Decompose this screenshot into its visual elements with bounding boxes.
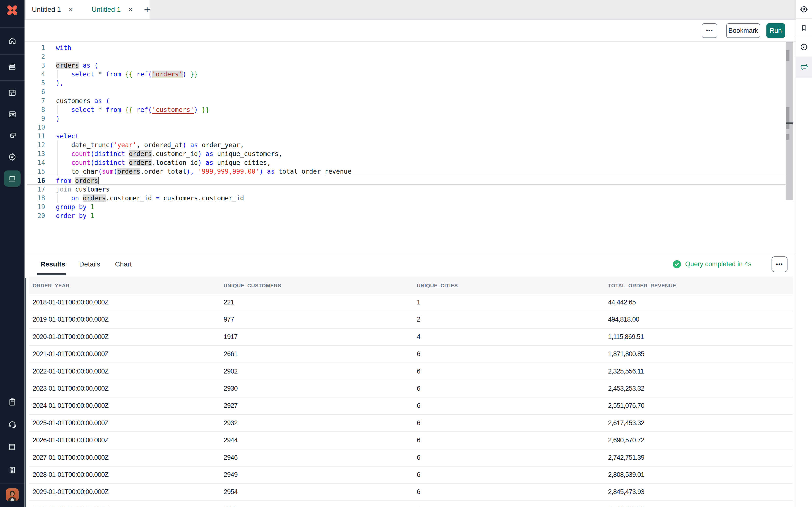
table-row[interactable]: 2024-01-01T00:00:00.000Z292762,551,076.7… (30, 397, 793, 415)
right-sidebar-item-chat-sparkle[interactable] (796, 57, 812, 78)
results-tab-details[interactable]: Details (79, 253, 100, 275)
table-row[interactable]: 2026-01-01T00:00:00.000Z294462,690,570.7… (30, 432, 793, 449)
column-header: UNIQUE_CUSTOMERS (223, 277, 281, 294)
line-number: 10 (27, 123, 45, 132)
line-number: 5 (27, 78, 45, 88)
close-icon[interactable]: ✕ (68, 6, 73, 13)
code-line[interactable]: 4 select * from {{ ref('orders') }} (27, 70, 786, 78)
code-line[interactable]: 6 (27, 88, 786, 96)
right-sidebar-item-bookmark[interactable] (796, 19, 812, 37)
tab-label: Untitled 1 (32, 6, 61, 13)
code-text: select * from {{ ref('orders') }} (56, 70, 198, 78)
sidebar-item-code-window[interactable] (4, 106, 20, 122)
code-line[interactable]: 14 count(distinct orders.location_id) as… (27, 158, 786, 167)
code-line[interactable]: 19group by 1 (27, 203, 786, 211)
table-cell: 221 (223, 294, 234, 311)
sidebar-item-home[interactable] (4, 33, 20, 49)
line-number: 9 (27, 114, 45, 123)
code-line[interactable]: 9) (27, 114, 786, 123)
editor-scrollbar[interactable] (786, 42, 793, 200)
table-row[interactable]: 2022-01-01T00:00:00.000Z290262,325,556.1… (30, 363, 793, 380)
code-line[interactable]: 3orders as ( (27, 61, 786, 70)
line-number: 19 (27, 203, 45, 211)
sidebar-item-clipboard[interactable] (4, 394, 20, 410)
table-cell: 6 (417, 363, 420, 380)
sidebar-item-building[interactable] (4, 462, 20, 478)
query-status-text: Query completed in 4s (685, 260, 752, 268)
line-number: 12 (27, 140, 45, 150)
table-cell: 2027-01-01T00:00:00.000Z (33, 449, 109, 466)
editor-tab-1[interactable]: Untitled 1 ✕ (26, 0, 93, 19)
sql-editor[interactable]: 1with23orders as (4 select * from {{ ref… (24, 42, 796, 253)
code-line[interactable]: 7customers as ( (27, 97, 786, 105)
table-row[interactable]: 2023-01-01T00:00:00.000Z293062,453,253.3… (30, 380, 793, 397)
code-text: customers as ( (56, 97, 110, 105)
right-sidebar-item-compass[interactable] (796, 0, 812, 19)
new-tab-button[interactable]: + (138, 0, 156, 19)
code-line[interactable]: 2 (27, 52, 786, 61)
code-line[interactable]: 15 to_char(sum(orders.order_total), '999… (27, 167, 786, 176)
editor-tabbar: Untitled 1 ✕ Untitled 1 ✕ + (24, 0, 796, 19)
right-sidebar-item-clock[interactable] (796, 37, 812, 57)
column-header: TOTAL_ORDER_REVENUE (608, 277, 676, 294)
sidebar-item-dashboard[interactable] (4, 85, 20, 101)
code-line[interactable]: 5), (27, 78, 786, 88)
check-circle-icon (672, 260, 681, 269)
sidebar-item-compass[interactable] (4, 149, 20, 165)
line-number: 13 (27, 150, 45, 158)
table-cell: 2030-01-01T00:00:00.000Z (33, 501, 109, 507)
results-tab-chart[interactable]: Chart (115, 253, 132, 275)
sidebar-item-terminal[interactable] (4, 170, 20, 187)
results-scrollbar[interactable] (25, 278, 26, 507)
table-cell: 2 (417, 311, 420, 328)
sidebar-item-archive[interactable] (4, 59, 20, 75)
table-cell: 1,115,869.51 (608, 329, 644, 345)
table-cell: 2944 (223, 432, 238, 448)
code-line[interactable]: 1with (27, 43, 786, 52)
code-line[interactable]: 18 on orders.customer_id = customers.cus… (27, 194, 786, 203)
close-icon[interactable]: ✕ (128, 6, 133, 13)
left-sidebar (0, 0, 24, 507)
code-line[interactable]: 13 count(distinct orders.customer_id) as… (27, 150, 786, 158)
code-line[interactable]: 17join customers (27, 185, 786, 194)
line-number: 17 (27, 185, 45, 194)
sidebar-item-headset[interactable] (4, 416, 20, 433)
table-row[interactable]: 2028-01-01T00:00:00.000Z294962,808,539.0… (30, 466, 793, 484)
table-row[interactable]: 2019-01-01T00:00:00.000Z9772494,818.00 (30, 311, 793, 329)
table-row[interactable]: 2027-01-01T00:00:00.000Z294662,742,751.3… (30, 449, 793, 466)
table-cell: 6 (417, 380, 420, 397)
column-header: ORDER_YEAR (33, 277, 70, 294)
table-cell: 2021-01-01T00:00:00.000Z (33, 346, 109, 362)
code-line[interactable]: 10 (27, 123, 786, 132)
table-row[interactable]: 2021-01-01T00:00:00.000Z266161,871,800.8… (30, 346, 793, 363)
line-number: 6 (27, 88, 45, 96)
sidebar-item-book[interactable] (4, 439, 20, 455)
bookmark-button[interactable]: Bookmark (726, 23, 760, 38)
table-row[interactable]: 2020-01-01T00:00:00.000Z191741,115,869.5… (30, 329, 793, 346)
code-line[interactable]: 12 date_trunc('year', ordered_at) as ord… (27, 140, 786, 150)
code-line[interactable]: 16from orders (27, 176, 786, 185)
run-button[interactable]: Run (766, 23, 785, 38)
table-row[interactable]: 2018-01-01T00:00:00.000Z221144,442.65 (30, 294, 793, 311)
code-line[interactable]: 11select (27, 132, 786, 140)
table-row[interactable]: 2030-01-01T00:00:00.000Z287961,841,049.3… (30, 501, 793, 507)
sidebar-item-windows[interactable] (4, 127, 20, 144)
results-tab-results[interactable]: Results (41, 253, 65, 275)
table-cell: 2019-01-01T00:00:00.000Z (33, 311, 109, 328)
table-cell: 2,742,751.39 (608, 449, 644, 466)
table-cell: 2,617,453.32 (608, 415, 644, 431)
table-row[interactable]: 2029-01-01T00:00:00.000Z295462,845,473.9… (30, 484, 793, 501)
building-icon (8, 466, 17, 474)
compass-icon (800, 5, 808, 13)
line-number: 14 (27, 158, 45, 167)
line-number: 15 (27, 167, 45, 176)
user-avatar[interactable] (6, 488, 19, 501)
code-text: to_char(sum(orders.order_total), '999,99… (56, 167, 351, 176)
table-row[interactable]: 2025-01-01T00:00:00.000Z293262,617,453.3… (30, 415, 793, 432)
table-cell: 2,551,076.70 (608, 397, 644, 414)
code-line[interactable]: 20order by 1 (27, 211, 786, 220)
results-more-button[interactable]: ••• (771, 257, 788, 272)
code-line[interactable]: 8 select * from {{ ref('customers') }} (27, 105, 786, 114)
line-number: 3 (27, 61, 45, 70)
more-options-button[interactable]: ••• (702, 23, 717, 38)
